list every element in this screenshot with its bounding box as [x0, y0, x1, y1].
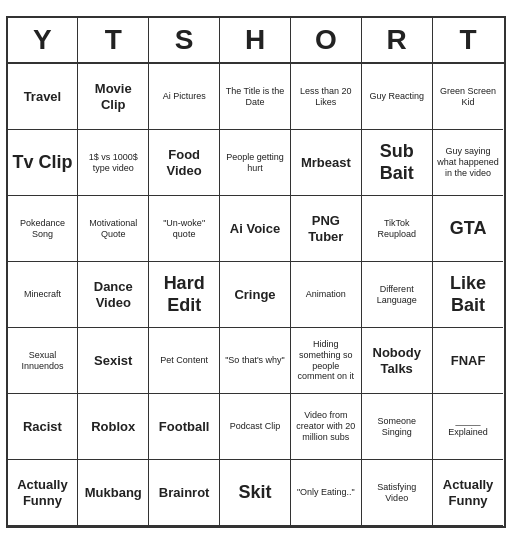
bingo-cell-17[interactable]: Ai Voice [220, 196, 291, 262]
bingo-cell-19[interactable]: TikTok Reupload [362, 196, 433, 262]
bingo-cell-24[interactable]: Cringe [220, 262, 291, 328]
bingo-cell-27[interactable]: Like Bait [433, 262, 504, 328]
bingo-cell-12[interactable]: Sub Bait [362, 130, 433, 196]
bingo-cell-3[interactable]: The Title is the Date [220, 64, 291, 130]
header-letter-O: O [291, 18, 362, 62]
header-letter-Y: Y [8, 18, 79, 62]
bingo-cell-9[interactable]: Food Video [149, 130, 220, 196]
bingo-cell-11[interactable]: Mrbeast [291, 130, 362, 196]
bingo-cell-34[interactable]: FNAF [433, 328, 504, 394]
header-letter-T: T [433, 18, 504, 62]
bingo-cell-4[interactable]: Less than 20 Likes [291, 64, 362, 130]
bingo-cell-8[interactable]: 1$ vs 1000$ type video [78, 130, 149, 196]
bingo-cell-41[interactable]: _____ Explained [433, 394, 504, 460]
bingo-cell-15[interactable]: Motivational Quote [78, 196, 149, 262]
bingo-cell-23[interactable]: Hard Edit [149, 262, 220, 328]
bingo-cell-30[interactable]: Pet Content [149, 328, 220, 394]
bingo-cell-36[interactable]: Roblox [78, 394, 149, 460]
bingo-cell-1[interactable]: Movie Clip [78, 64, 149, 130]
bingo-grid: TravelMovie ClipAi PicturesThe Title is … [8, 64, 504, 526]
bingo-cell-18[interactable]: PNG Tuber [291, 196, 362, 262]
bingo-cell-14[interactable]: Pokedance Song [8, 196, 79, 262]
bingo-cell-21[interactable]: Minecraft [8, 262, 79, 328]
bingo-cell-39[interactable]: Video from creator with 20 million subs [291, 394, 362, 460]
bingo-cell-37[interactable]: Football [149, 394, 220, 460]
bingo-cell-47[interactable]: Satisfying Video [362, 460, 433, 526]
bingo-cell-28[interactable]: Sexual Innuendos [8, 328, 79, 394]
header-row: YTSHORT [8, 18, 504, 64]
bingo-cell-6[interactable]: Green Screen Kid [433, 64, 504, 130]
header-letter-T: T [78, 18, 149, 62]
bingo-cell-7[interactable]: Tv Clip [8, 130, 79, 196]
bingo-cell-16[interactable]: "Un-woke" quote [149, 196, 220, 262]
bingo-cell-10[interactable]: People getting hurt [220, 130, 291, 196]
bingo-cell-20[interactable]: GTA [433, 196, 504, 262]
bingo-cell-40[interactable]: Someone Singing [362, 394, 433, 460]
header-letter-H: H [220, 18, 291, 62]
bingo-cell-13[interactable]: Guy saying what happened in the video [433, 130, 504, 196]
bingo-cell-45[interactable]: Skit [220, 460, 291, 526]
bingo-cell-43[interactable]: Mukbang [78, 460, 149, 526]
bingo-cell-38[interactable]: Podcast Clip [220, 394, 291, 460]
bingo-cell-0[interactable]: Travel [8, 64, 79, 130]
bingo-cell-25[interactable]: Animation [291, 262, 362, 328]
bingo-cell-33[interactable]: Nobody Talks [362, 328, 433, 394]
header-letter-S: S [149, 18, 220, 62]
bingo-cell-22[interactable]: Dance Video [78, 262, 149, 328]
header-letter-R: R [362, 18, 433, 62]
bingo-cell-46[interactable]: "Only Eating.." [291, 460, 362, 526]
bingo-cell-29[interactable]: Sexist [78, 328, 149, 394]
bingo-cell-42[interactable]: Actually Funny [8, 460, 79, 526]
bingo-cell-31[interactable]: "So that's why" [220, 328, 291, 394]
bingo-cell-2[interactable]: Ai Pictures [149, 64, 220, 130]
bingo-cell-32[interactable]: Hiding something so people comment on it [291, 328, 362, 394]
bingo-cell-44[interactable]: Brainrot [149, 460, 220, 526]
bingo-cell-5[interactable]: Guy Reacting [362, 64, 433, 130]
bingo-cell-26[interactable]: Different Language [362, 262, 433, 328]
bingo-cell-35[interactable]: Racist [8, 394, 79, 460]
bingo-cell-48[interactable]: Actually Funny [433, 460, 504, 526]
bingo-card: YTSHORT TravelMovie ClipAi PicturesThe T… [6, 16, 506, 528]
